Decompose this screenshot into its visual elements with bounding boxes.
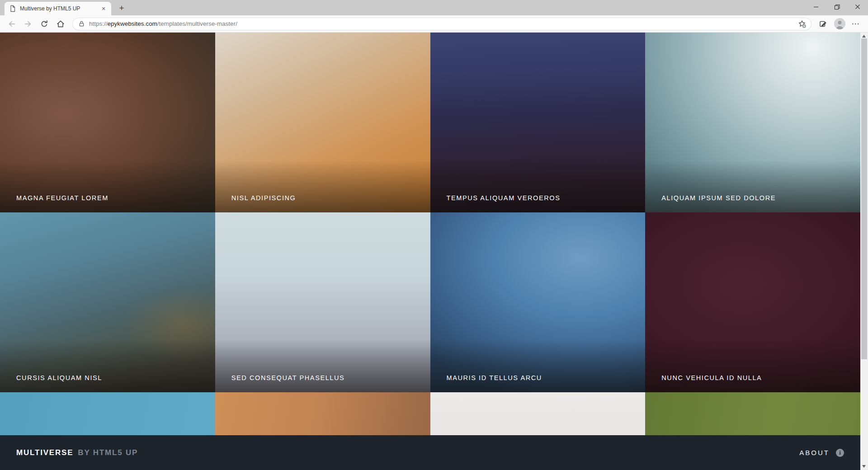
- site-byline: BY HTML5 UP: [78, 448, 138, 457]
- tile-caption: MAGNA FEUGIAT LOREM: [16, 194, 108, 202]
- gallery-tile[interactable]: SED CONSEQUAT PHASELLUS: [215, 212, 430, 392]
- browser-toolbar: https://epykwebsites.com/templates/multi…: [0, 15, 868, 33]
- scroll-down-icon[interactable]: [862, 465, 866, 468]
- profile-avatar[interactable]: [834, 18, 845, 29]
- tile-caption: ALIQUAM IPSUM SED DOLORE: [661, 194, 776, 202]
- tab-strip: Multiverse by HTML5 UP ✕ +: [0, 0, 868, 15]
- forward-button[interactable]: [20, 17, 36, 31]
- home-button[interactable]: [52, 17, 69, 31]
- info-icon[interactable]: i: [836, 449, 844, 457]
- close-window-button[interactable]: [847, 0, 868, 14]
- page-favicon-icon: [9, 5, 16, 12]
- caption-shade: [430, 160, 646, 212]
- caption-shade: [645, 340, 860, 392]
- page-footer: MULTIVERSE BY HTML5 UP ABOUT i: [0, 435, 860, 470]
- caption-shade: [215, 160, 430, 212]
- back-button[interactable]: [4, 17, 20, 31]
- toolbar-right-group: ⋯: [815, 17, 864, 31]
- gallery-tile[interactable]: CURSIS ALIQUAM NISL: [0, 212, 215, 392]
- tile-caption: TEMPUS ALIQUAM VEROEROS: [447, 194, 561, 202]
- gallery-tile[interactable]: NUNC VEHICULA ID NULLA: [645, 212, 860, 392]
- caption-shade: [0, 340, 215, 392]
- gallery-tile[interactable]: MAURIS ID TELLUS ARCU: [430, 212, 646, 392]
- caption-shade: [645, 160, 860, 212]
- tile-caption: SED CONSEQUAT PHASELLUS: [231, 374, 345, 381]
- site-brand: MULTIVERSE: [16, 448, 73, 457]
- tab-close-icon[interactable]: ✕: [99, 5, 108, 13]
- caption-shade: [0, 160, 215, 212]
- about-link[interactable]: ABOUT: [799, 449, 830, 456]
- tile-caption: CURSIS ALIQUAM NISL: [16, 374, 102, 381]
- tile-caption: MAURIS ID TELLUS ARCU: [447, 374, 542, 381]
- url-text[interactable]: https://epykwebsites.com/templates/multi…: [89, 20, 237, 27]
- scroll-up-icon[interactable]: [862, 35, 866, 38]
- reload-button[interactable]: [36, 17, 52, 31]
- window-controls: [806, 0, 868, 14]
- lock-icon[interactable]: [78, 20, 85, 27]
- more-icon[interactable]: ⋯: [848, 19, 863, 28]
- gallery-tile[interactable]: ALIQUAM IPSUM SED DOLORE: [645, 33, 860, 212]
- new-tab-button[interactable]: +: [116, 2, 127, 14]
- gallery-tile[interactable]: NISL ADIPISCING: [215, 33, 430, 212]
- tile-caption: NUNC VEHICULA ID NULLA: [661, 374, 762, 381]
- tile-caption: NISL ADIPISCING: [231, 194, 296, 202]
- caption-shade: [215, 340, 430, 392]
- restore-button[interactable]: [826, 0, 847, 14]
- page-viewport: MAGNA FEUGIAT LOREMNISL ADIPISCINGTEMPUS…: [0, 33, 868, 470]
- vertical-scrollbar[interactable]: [860, 33, 868, 470]
- tab-title: Multiverse by HTML5 UP: [20, 5, 96, 12]
- scrollbar-thumb[interactable]: [861, 38, 867, 359]
- browser-window: Multiverse by HTML5 UP ✕ +: [0, 0, 868, 470]
- gallery-tile[interactable]: MAGNA FEUGIAT LOREM: [0, 33, 215, 212]
- caption-shade: [430, 340, 646, 392]
- minimize-button[interactable]: [806, 0, 826, 14]
- collections-icon[interactable]: [815, 17, 831, 31]
- favorite-star-icon[interactable]: [797, 19, 807, 28]
- address-bar[interactable]: https://epykwebsites.com/templates/multi…: [72, 18, 811, 30]
- browser-tab[interactable]: Multiverse by HTML5 UP ✕: [5, 2, 111, 15]
- image-grid: MAGNA FEUGIAT LOREMNISL ADIPISCINGTEMPUS…: [0, 33, 860, 470]
- gallery-tile[interactable]: TEMPUS ALIQUAM VEROEROS: [430, 33, 646, 212]
